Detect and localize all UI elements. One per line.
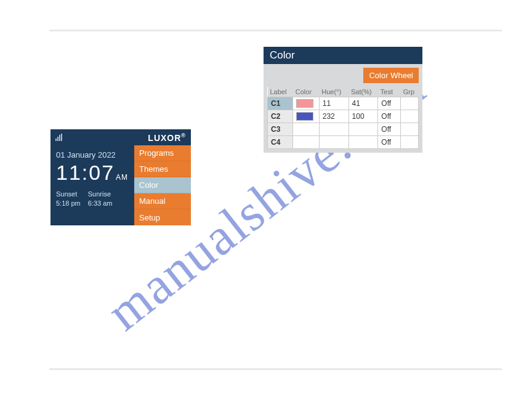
cell-hue[interactable] — [319, 123, 349, 136]
time-ampm: AM — [116, 173, 128, 182]
table-row[interactable]: C11141Off — [268, 97, 419, 110]
cell-color[interactable] — [293, 110, 319, 123]
date-label: 01 January 2022 — [56, 150, 129, 159]
table-row[interactable]: C3Off — [268, 123, 419, 136]
cell-color[interactable] — [293, 97, 319, 110]
cell-color[interactable] — [293, 136, 319, 149]
th-color: Color — [293, 87, 319, 97]
menu-item-themes[interactable]: Themes — [134, 161, 191, 177]
table-row[interactable]: C2232100Off — [268, 110, 419, 123]
th-grp: Grp — [401, 87, 419, 97]
brand-label: LUXOR® — [148, 132, 186, 143]
color-table: Label Color Hue(°) Sat(%) Test Grp C1114… — [267, 87, 419, 149]
cell-hue[interactable]: 11 — [319, 97, 349, 110]
sunrise-value: 6:33 am — [88, 199, 113, 208]
page-rule-top — [49, 30, 502, 31]
cell-sat[interactable] — [349, 123, 378, 136]
cell-test[interactable]: Off — [378, 136, 401, 149]
cell-grp[interactable] — [401, 97, 419, 110]
cell-sat[interactable]: 41 — [349, 97, 378, 110]
th-label: Label — [268, 87, 293, 97]
brand-reg: ® — [181, 132, 186, 139]
page-rule-bottom — [49, 368, 502, 370]
sunset-label: Sunset — [56, 190, 81, 199]
sunrise-label: Sunrise — [88, 190, 113, 199]
menu-item-color[interactable]: Color — [134, 177, 191, 193]
luxor-home-widget: LUXOR® 01 January 2022 11:07AM Sunset 5:… — [50, 129, 191, 225]
cell-test[interactable]: Off — [378, 97, 401, 110]
cell-label[interactable]: C1 — [268, 97, 293, 110]
th-hue: Hue(°) — [319, 87, 349, 97]
luxor-menu: Programs Themes Color Manual Setup — [134, 145, 191, 225]
color-settings-widget: Color Color Wheel Label Color Hue(°) Sat… — [264, 47, 422, 153]
cell-grp[interactable] — [401, 123, 419, 136]
cell-grp[interactable] — [401, 136, 419, 149]
cell-hue[interactable]: 232 — [319, 110, 349, 123]
table-row[interactable]: C4Off — [268, 136, 419, 149]
menu-item-programs[interactable]: Programs — [134, 145, 191, 161]
th-test: Test — [378, 87, 401, 97]
cell-hue[interactable] — [319, 136, 349, 149]
th-sat: Sat(%) — [349, 87, 378, 97]
cell-label[interactable]: C4 — [268, 136, 293, 149]
sunset-block: Sunset 5:18 pm — [56, 190, 81, 208]
cell-grp[interactable] — [401, 110, 419, 123]
color-swatch[interactable] — [296, 99, 313, 108]
luxor-info-panel: 01 January 2022 11:07AM Sunset 5:18 pm S… — [50, 145, 134, 225]
cell-test[interactable]: Off — [378, 123, 401, 136]
wifi-icon — [55, 134, 62, 141]
cell-color[interactable] — [293, 123, 319, 136]
cell-sat[interactable]: 100 — [349, 110, 378, 123]
menu-item-manual[interactable]: Manual — [134, 193, 191, 209]
sun-times: Sunset 5:18 pm Sunrise 6:33 am — [56, 190, 129, 208]
time-value: 11:07 — [56, 161, 115, 184]
sunrise-block: Sunrise 6:33 am — [88, 190, 113, 208]
cell-label[interactable]: C2 — [268, 110, 293, 123]
menu-item-setup[interactable]: Setup — [134, 209, 191, 225]
time-display: 11:07AM — [56, 161, 129, 185]
color-wheel-button[interactable]: Color Wheel — [363, 68, 419, 83]
cell-test[interactable]: Off — [378, 110, 401, 123]
sunset-value: 5:18 pm — [56, 199, 81, 208]
luxor-titlebar: LUXOR® — [50, 129, 191, 145]
cell-sat[interactable] — [349, 136, 378, 149]
cell-label[interactable]: C3 — [268, 123, 293, 136]
brand-text: LUXOR — [148, 132, 181, 142]
color-title: Color — [264, 47, 422, 64]
color-swatch[interactable] — [296, 112, 313, 121]
